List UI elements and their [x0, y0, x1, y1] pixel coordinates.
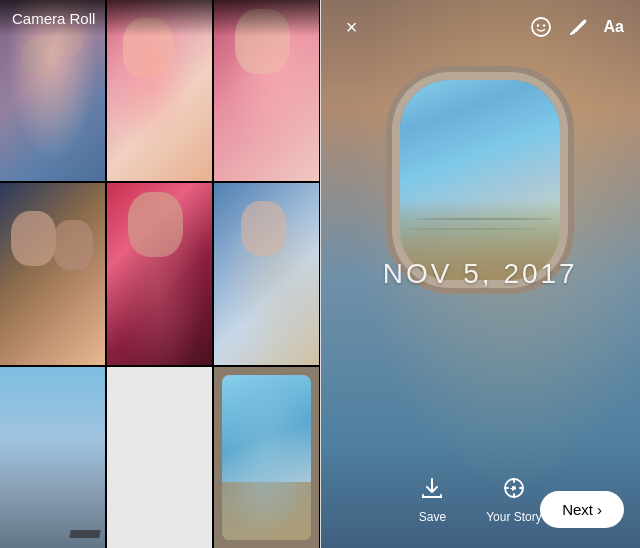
save-label: Save	[419, 510, 446, 524]
camera-roll-title: Camera Roll	[12, 10, 95, 27]
save-button[interactable]: Save	[419, 476, 446, 524]
text-icon[interactable]: Aa	[604, 18, 624, 36]
airplane-window	[400, 80, 560, 280]
photo-grid	[0, 0, 320, 548]
your-story-button[interactable]: + Your Story	[486, 476, 542, 524]
toolbar-right-icons: Aa	[530, 16, 624, 38]
photo-cell-7[interactable]	[0, 367, 105, 548]
story-toolbar: × Aa	[321, 0, 641, 54]
camera-roll-header: Camera Roll	[0, 0, 320, 36]
next-button[interactable]: Next ›	[540, 491, 624, 528]
save-icon	[420, 476, 444, 506]
story-date-text: NOV 5, 2017	[383, 258, 578, 290]
svg-text:+: +	[510, 484, 515, 494]
next-chevron: ›	[597, 501, 602, 518]
sticker-icon[interactable]	[530, 16, 552, 38]
photo-cell-9[interactable]	[214, 367, 319, 548]
window-thumbnail	[222, 375, 311, 540]
svg-point-2	[542, 24, 544, 26]
photo-cell-4[interactable]	[0, 183, 105, 364]
camera-roll-panel: Camera Roll	[0, 0, 320, 548]
draw-icon[interactable]	[568, 17, 588, 37]
svg-point-1	[536, 24, 538, 26]
svg-point-0	[532, 18, 550, 36]
your-story-icon: +	[502, 476, 526, 506]
photo-cell-8[interactable]	[107, 367, 212, 548]
next-label: Next	[562, 501, 593, 518]
story-panel: NOV 5, 2017 × Aa	[321, 0, 641, 548]
close-button[interactable]: ×	[337, 12, 367, 42]
your-story-label: Your Story	[486, 510, 542, 524]
photo-cell-6[interactable]	[214, 183, 319, 364]
photo-cell-5[interactable]	[107, 183, 212, 364]
